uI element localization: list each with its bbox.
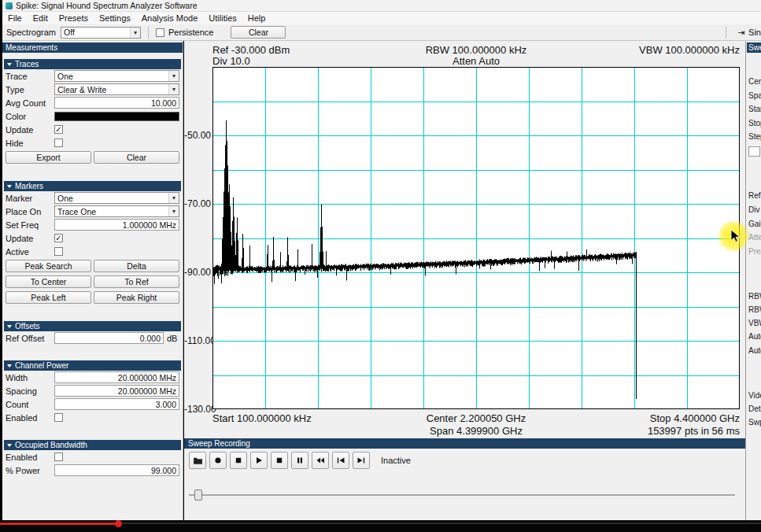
skip-to-start-button[interactable] [332,452,349,469]
stop-playback-button[interactable] [271,452,288,469]
stop-freq-readout: Stop 4.400000 GHz [564,412,740,425]
trace-select[interactable]: One ▾ [54,70,179,82]
stop-icon [234,456,243,465]
offsets-section: Offsets Ref Offset 0.000 dB [2,321,183,345]
trace-select-value: One [55,72,168,81]
cp-enabled-checkbox[interactable] [54,413,63,422]
persistence-checkbox[interactable] [156,28,164,37]
rp-step-input[interactable] [748,146,760,157]
ob-enabled-checkbox[interactable] [54,453,63,461]
spectrogram-select-value: Off [61,28,130,37]
trace-color-swatch[interactable] [54,112,179,121]
graph-footer-spacer [212,425,388,438]
menu-edit[interactable]: Edit [28,12,54,24]
offsets-title: Offsets [15,322,40,331]
ref-offset-input[interactable]: 0.000 [54,332,164,344]
menu-file[interactable]: File [2,12,28,24]
avg-count-row: Avg Count 10.000 [2,96,183,109]
channel-power-section-header[interactable]: Channel Power [4,360,181,371]
spacing-input[interactable]: 20.000000 MHz [54,385,179,397]
occupied-bandwidth-section-header[interactable]: Occupied Bandwidth [4,440,181,450]
graph-header: Ref -30.000 dBm RBW 100.000000 kHz VBW 1… [212,45,740,67]
peak-search-button[interactable]: Peak Search [6,260,91,272]
marker-select[interactable]: One ▾ [54,192,179,204]
video-progress-handle[interactable] [115,520,122,527]
pause-button[interactable] [291,452,308,469]
measurements-header: Measurements [2,42,183,53]
set-freq-input[interactable]: 1.000000 MHz [54,219,179,231]
play-button[interactable] [250,452,268,469]
open-recording-button[interactable] [189,452,206,469]
update-checkbox[interactable] [54,125,63,134]
to-center-button[interactable]: To Center [6,275,91,288]
traces-section-header[interactable]: Traces [4,59,181,69]
spectrum-plot[interactable] [212,67,740,409]
width-input[interactable]: 20.000000 MHz [54,371,179,383]
set-freq-row: Set Freq 1.000000 MHz [2,218,183,231]
sweep-recording-header: Sweep Recording [184,438,745,449]
spectrogram-label: Spectrogram [6,28,56,37]
markers-section-header[interactable]: Markers [4,181,181,191]
play-icon [254,456,264,465]
ref-level-readout: Ref -30.000 dBm [212,45,388,56]
chevron-down-icon: ▾ [168,193,179,203]
traces-section: Traces Trace One ▾ Type Clear & Write ▾ … [2,59,183,165]
collapse-icon [7,63,12,66]
occupied-bandwidth-title: Occupied Bandwidth [15,441,87,449]
video-progress-bar[interactable] [0,523,118,525]
rp-label-auto-vbw: Auto [748,346,761,355]
hide-checkbox[interactable] [54,139,63,147]
marker-active-label: Active [6,247,51,257]
marker-select-value: One [55,194,168,203]
record-button[interactable] [209,452,227,469]
occupied-bandwidth-section: Occupied Bandwidth Enabled % Power 99.00… [2,440,183,477]
video-bar [0,520,761,532]
recording-slider-handle[interactable] [194,490,202,501]
offsets-section-header[interactable]: Offsets [4,321,181,331]
type-row: Type Clear & Write ▾ [2,83,183,96]
skip-to-end-button[interactable] [353,452,370,469]
collapse-icon [7,185,12,188]
export-button[interactable]: Export [6,151,91,164]
rp-label-gain: Gain [748,220,761,228]
recording-slider-track[interactable] [189,494,735,496]
spectrogram-select[interactable]: Off ▾ [61,27,141,39]
single-sweep-button[interactable]: Sin [748,28,761,37]
graph-area: Ref -30.000 dBm RBW 100.000000 kHz VBW 1… [184,41,745,520]
collapse-icon [7,325,12,328]
trace-label: Trace [6,72,51,81]
avg-count-input[interactable]: 10.000 [54,97,179,109]
place-on-select-value: Trace One [55,207,168,216]
y-axis-tick: -130.00 [184,404,210,415]
sweep-settings-header: Swe [747,42,761,53]
menu-presets[interactable]: Presets [54,12,94,24]
clear-trace-button[interactable]: Clear [94,151,179,164]
rp-label-swp-time: Swp [748,418,761,427]
cp-enabled-label: Enabled [6,413,51,423]
graph-header-spacer [564,56,740,67]
power-input[interactable]: 99.000 [54,464,179,476]
rewind-button[interactable] [312,452,329,469]
span-readout: Span 4.399900 GHz [388,425,563,438]
peak-left-button[interactable]: Peak Left [6,291,91,304]
persistence-label: Persistence [168,28,213,37]
marker-update-checkbox[interactable] [54,234,63,242]
stop-record-button[interactable] [230,452,247,469]
type-select[interactable]: Clear & Write ▾ [54,83,179,95]
avg-count-label: Avg Count [6,98,51,108]
to-ref-button[interactable]: To Ref [94,275,179,288]
count-input[interactable]: 3.000 [54,398,179,410]
marker-active-checkbox[interactable] [54,247,63,256]
menu-help[interactable]: Help [242,12,272,24]
record-icon [213,456,223,465]
chevron-down-icon: ▾ [168,206,179,216]
sweep-settings-title: Swe [748,43,761,52]
clear-persistence-button[interactable]: Clear [231,26,286,39]
place-on-select[interactable]: Trace One ▾ [54,205,179,217]
menu-utilities[interactable]: Utilities [203,12,242,24]
menu-settings[interactable]: Settings [94,12,136,24]
delta-button[interactable]: Delta [94,260,179,272]
rp-label-preamp: Prea [748,247,761,256]
peak-right-button[interactable]: Peak Right [94,291,179,304]
menu-analysis-mode[interactable]: Analysis Mode [136,12,204,24]
